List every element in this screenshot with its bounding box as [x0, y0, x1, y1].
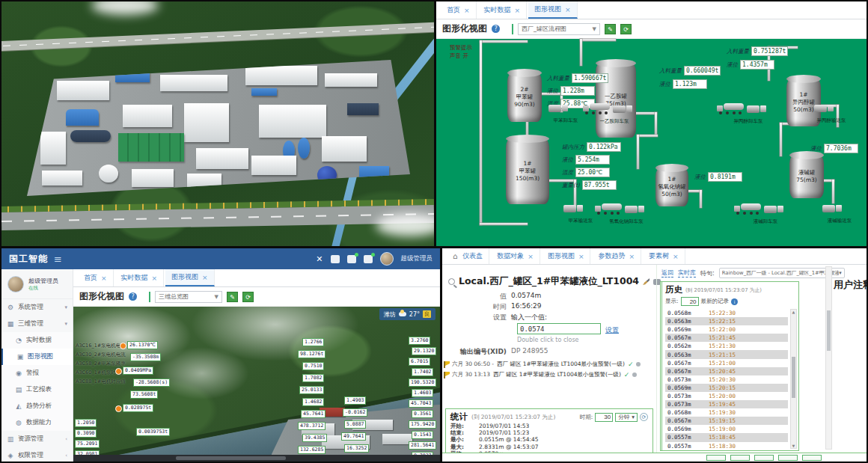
sensor-value-chip[interactable]: 29.1320	[412, 347, 436, 355]
tab[interactable]: 实时数据 ×	[478, 1, 528, 19]
scrollbar-thumb[interactable]	[827, 310, 831, 350]
history-row[interactable]: 0.0557m 15:18:45	[665, 433, 788, 441]
period-unit-select[interactable]: 分钟 ▾	[615, 413, 638, 422]
sidebar-item[interactable]: ◔ 实时数据	[1, 332, 73, 349]
sensor-value-chip[interactable]: 45.7641	[301, 410, 326, 418]
tab[interactable]: 首页 ×	[441, 1, 477, 19]
close-icon[interactable]: ×	[673, 253, 679, 260]
tab[interactable]: 首页 ×	[78, 269, 114, 286]
sidebar-item[interactable]: ▦ 三维管理 ▾	[1, 316, 73, 332]
mute-icon[interactable]	[632, 372, 637, 377]
search-icon[interactable]	[448, 278, 455, 285]
sensor-value-chip[interactable]: 0.7510	[302, 362, 324, 370]
sensor-value-chip[interactable]: 1.4682	[302, 398, 324, 406]
edit-icon[interactable]	[643, 278, 650, 285]
history-scrollbar[interactable]	[790, 309, 797, 449]
history-row[interactable]: 0.0567m 15:21:00	[665, 359, 788, 367]
tab[interactable]: 数据对象 ×	[491, 248, 540, 264]
info-icon[interactable]: i	[731, 298, 738, 305]
sensor-value-chip[interactable]: 16.3252	[344, 444, 369, 453]
tab[interactable]: 图形视图 ×	[542, 248, 591, 264]
back-link[interactable]: 返回	[661, 269, 673, 278]
close-icon[interactable]: ×	[565, 6, 571, 13]
sensor-value-chip[interactable]: 49.7641	[341, 432, 366, 441]
sidebar-item[interactable]: ▤ 工艺报表	[1, 381, 73, 398]
map-3d-view[interactable]: A3C16_1#泵电机电流A3C30_2#泵电机电流A3C58_2#甲苯泵频率A…	[73, 307, 440, 455]
sensor-value-chip[interactable]: 281.5641	[409, 441, 436, 450]
sensor-value-chip[interactable]: 73.5608t	[130, 390, 158, 399]
history-row[interactable]: 0.0568m 15:19:30	[665, 408, 788, 417]
history-row[interactable]: 0.0567m 15:19:15	[665, 417, 788, 425]
history-row[interactable]: 0.0563m 15:22:15	[665, 317, 788, 325]
sidebar-item[interactable]: ◭ 趋势分析	[1, 398, 73, 414]
sensor-value-chip[interactable]: 0.3090	[75, 429, 97, 438]
ack-check-icon[interactable]: ✓	[628, 361, 634, 368]
sidebar-item[interactable]: ◉ 警报	[1, 365, 73, 381]
sensor-value-chip[interactable]: 1.2050	[75, 419, 97, 427]
footer-button[interactable]	[778, 455, 798, 461]
sensor-value-chip[interactable]: -28.5608(s)	[133, 378, 170, 387]
refresh-button[interactable]: ⟳	[620, 24, 632, 34]
sensor-value-chip[interactable]: 5.0887	[344, 420, 366, 429]
sensor-value-chip[interactable]: 25.0133	[299, 386, 324, 394]
sensor-value-chip[interactable]: 6.7015	[409, 358, 430, 366]
sensor-value-chip[interactable]: 190.5320	[409, 378, 436, 387]
close-icon[interactable]: ×	[629, 253, 635, 260]
home-icon[interactable]	[331, 255, 340, 263]
footer-button[interactable]	[754, 455, 774, 461]
tab[interactable]: 仪表盘 ×	[447, 248, 489, 264]
sidebar-item[interactable]: ◈ 权限管理 ‹	[1, 447, 73, 462]
sensor-value-chip[interactable]: -35.3508m	[130, 353, 161, 361]
sensor-value-chip[interactable]: 478.3712	[298, 422, 326, 430]
refresh-button[interactable]: ⟳	[242, 292, 254, 302]
sidebar-item[interactable]: ◍ 数据能力	[1, 414, 73, 431]
sensor-value-chip[interactable]: 1.4903	[344, 396, 366, 405]
close-icon[interactable]: ×	[578, 253, 584, 260]
sensor-value-chip[interactable]: 0.1543	[412, 431, 433, 439]
sensor-value-chip[interactable]: 39.4385	[302, 434, 327, 442]
sidebar-item[interactable]: ▥ 资源管理 ‹	[1, 431, 73, 447]
sensor-value-chip[interactable]: 0.0039753t	[136, 428, 170, 436]
alarm-row[interactable]: 六月 30 13:13 西厂 罐区 1#甲苯罐液位 LT1004最小值预警(一级…	[444, 370, 655, 380]
avatar[interactable]	[380, 252, 394, 266]
sensor-value-chip[interactable]: 0.3561	[412, 410, 433, 418]
sensor-value-chip[interactable]: 0.0409MPa	[123, 367, 153, 375]
sensor-value-chip[interactable]: 3.2760	[409, 337, 430, 345]
menu-toggle-icon[interactable]: ≡	[54, 254, 62, 265]
horizontal-scrollbar[interactable]	[73, 455, 440, 462]
history-row[interactable]: 0.0567m 15:21:45	[665, 334, 788, 342]
page-scrollbar[interactable]	[825, 266, 832, 450]
history-row[interactable]: 0.0562m 15:21:30	[665, 342, 788, 350]
sensor-value-chip[interactable]: 132.6285	[298, 446, 326, 454]
edit-button[interactable]: ✎	[227, 292, 238, 302]
tab[interactable]: 图形视图 ×	[165, 269, 215, 286]
sidebar-item[interactable]: ▣ 图形视图	[1, 349, 73, 365]
realtime-lib-link[interactable]: 实时库	[678, 269, 696, 278]
edit-button[interactable]: ✎	[605, 24, 616, 34]
tab[interactable]: 图形视图 ×	[528, 1, 578, 19]
header-user-name[interactable]: 超级管理员	[401, 254, 433, 263]
history-row[interactable]: 0.0569m 15:19:00	[665, 425, 788, 433]
info-icon[interactable]: ?	[492, 25, 500, 33]
close-icon[interactable]: ×	[101, 275, 107, 282]
footer-button[interactable]	[706, 455, 726, 461]
sensor-value-chip[interactable]: -0.0162	[343, 408, 367, 417]
history-row[interactable]: 0.0563m 15:21:15	[665, 350, 788, 358]
history-row[interactable]: 0.0573m 15:20:30	[665, 375, 788, 384]
close-icon[interactable]: ×	[515, 7, 521, 14]
sensor-value-chip[interactable]: 75.2091	[75, 440, 100, 448]
sensor-value-chip[interactable]: 26.1370℃	[127, 341, 158, 349]
sensor-value-chip[interactable]: 1.7402	[412, 368, 433, 376]
ack-check-icon[interactable]: ✓	[624, 371, 630, 378]
close-icon[interactable]: ×	[528, 253, 534, 260]
mail-icon[interactable]	[364, 255, 373, 263]
footer-button[interactable]	[730, 455, 750, 461]
history-row[interactable]: 0.0569m 15:20:15	[665, 384, 788, 392]
period-input[interactable]	[595, 413, 613, 422]
sensor-value-chip[interactable]: 1.7082	[302, 374, 324, 382]
info-icon[interactable]: ?	[129, 292, 137, 301]
sensor-value-chip[interactable]: 1.2766	[302, 338, 324, 346]
weather-widget[interactable]: 潍坊 27° 良	[379, 308, 435, 320]
history-row[interactable]: 0.0568m 15:22:30	[665, 309, 788, 317]
sensor-value-chip[interactable]: 0.028975t	[123, 404, 153, 412]
